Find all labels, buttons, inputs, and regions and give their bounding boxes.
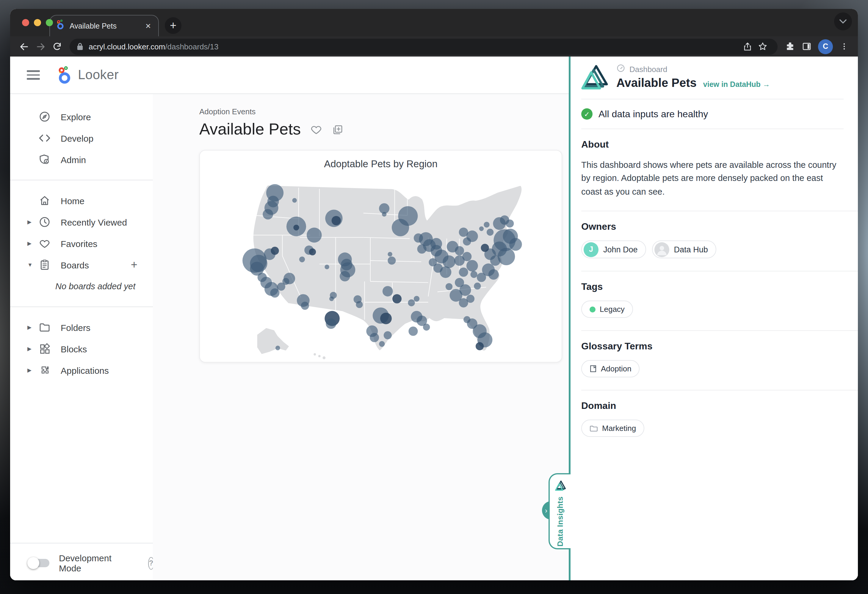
clipboard-icon [39,259,50,271]
health-check-icon: ✓ [581,108,593,120]
sidebar-item-recently-viewed[interactable]: ▶ Recently Viewed [10,211,153,233]
folder-icon [590,425,598,432]
about-section: About This dashboard shows where pets ar… [581,129,858,211]
glossary-term-chip[interactable]: Adoption [581,361,640,378]
domain-heading: Domain [581,401,844,412]
sidebar-item-explore[interactable]: Explore [10,106,153,127]
tab-close-icon[interactable]: ✕ [143,21,154,31]
looker-logo[interactable]: Looker [56,66,119,84]
sidebar-divider [10,306,153,307]
browser-tab[interactable]: Available Pets ✕ [49,15,159,36]
data-insights-tab[interactable]: Data Insights [549,473,571,550]
boards-empty-state: No boards added yet [10,276,153,297]
dashboard-main: Adoption Events Available Pets Adoptab [153,94,569,580]
dashboard-gauge-icon [616,64,625,74]
new-tab-button[interactable]: + [165,17,182,34]
chevron-right-icon: › [545,506,547,514]
tags-section: Tags Legacy [581,272,858,331]
sidebar-item-label: Admin [61,154,86,165]
data-insights-label: Data Insights [556,496,565,547]
folder-icon [39,321,50,333]
owners-section: Owners J John Doe Data Hub [581,211,858,272]
health-status-row: ✓ All data inputs are healthy [581,99,858,129]
page-title: Available Pets [199,120,301,139]
sidebar-item-boards[interactable]: ▼ Boards + [10,254,153,276]
browser-menu-icon[interactable] [837,39,852,54]
domain-label: Marketing [602,424,636,433]
url-host: acryl.cloud.looker.com [89,42,165,51]
looker-app: Looker Explore [10,56,569,580]
sidebar-item-home[interactable]: Home [10,190,153,211]
reload-button[interactable] [49,39,65,54]
alaska-shape [257,328,289,354]
url-path: /dashboards/13 [165,42,218,51]
glossary-section: Glossary Terms Adoption [581,331,858,391]
code-icon [39,132,50,144]
map-tile-title: Adoptable Pets by Region [200,158,562,170]
sidebar-item-label: Recently Viewed [61,217,127,227]
extensions-puzzle-icon[interactable] [782,39,798,54]
us-bubble-map [200,151,562,362]
domain-chip[interactable]: Marketing [581,420,644,437]
looker-header: Looker [10,56,569,94]
sidebar-item-label: Applications [61,365,109,375]
view-in-datahub-link[interactable]: view in DataHub → [703,80,770,89]
tag-chip[interactable]: Legacy [581,301,633,318]
sidebar-item-label: Home [61,195,84,205]
sidebar-item-admin[interactable]: Admin [10,149,153,170]
looker-wordmark: Looker [78,67,119,83]
sidebar-item-blocks[interactable]: ▶ Blocks [10,338,153,359]
bookmark-icon [590,365,597,373]
sidebar-item-folders[interactable]: ▶ Folders [10,317,153,338]
tag-color-dot [590,306,595,312]
sidebar-item-favorites[interactable]: ▶ Favorites [10,233,153,254]
development-mode-label: Development Mode [59,553,112,573]
datahub-header: Dashboard Available Pets view in DataHub… [581,56,858,90]
add-board-icon[interactable]: + [131,258,137,271]
window-controls [22,19,53,26]
copy-dashboard-icon[interactable] [331,124,343,135]
back-button[interactable] [16,39,31,54]
side-panel-icon[interactable] [799,39,815,54]
health-status-text: All data inputs are healthy [598,109,708,119]
browser-tabstrip: Available Pets ✕ + [10,9,858,36]
hamburger-menu-icon[interactable] [27,71,40,80]
sidebar-divider [10,543,153,544]
bookmark-star-icon[interactable] [755,39,771,54]
zoom-window-button[interactable] [46,19,53,26]
sidebar-item-label: Favorites [61,238,97,248]
glossary-term-label: Adoption [601,365,632,374]
sidebar-item-label: Folders [61,322,90,332]
forward-button[interactable] [33,39,48,54]
owner-name: Data Hub [674,245,708,254]
owner-avatar: J [584,242,598,257]
address-bar[interactable]: acryl.cloud.looker.com/dashboards/13 [69,38,778,55]
share-icon[interactable] [740,39,755,54]
about-text: This dashboard shows where pets are avai… [581,158,844,198]
sidebar-divider [10,180,153,180]
owner-chip[interactable]: Data Hub [652,241,716,259]
heart-icon [39,238,50,250]
minimize-window-button[interactable] [34,19,41,26]
map-tile[interactable]: Adoptable Pets by Region [199,150,562,362]
compass-icon [39,111,50,123]
lock-icon [77,42,83,50]
glossary-heading: Glossary Terms [581,341,844,352]
blocks-icon [39,343,50,355]
sidebar-item-applications[interactable]: ▶ Applications [10,359,153,381]
profile-avatar[interactable]: C [818,39,833,54]
puzzle-icon [39,364,50,376]
sidebar-item-develop[interactable]: Develop [10,127,153,149]
development-mode-toggle[interactable] [29,559,49,567]
browser-window: Available Pets ✕ + acryl.cl [10,9,858,580]
datahub-panel: › Data Insights [569,56,858,580]
owner-chip[interactable]: J John Doe [581,241,646,259]
owner-avatar-person-icon [654,242,669,257]
breadcrumb[interactable]: Adoption Events [199,107,569,116]
datahub-logo-icon [554,480,566,491]
close-window-button[interactable] [22,19,29,26]
sidebar-item-label: Explore [61,112,91,122]
tab-search-button[interactable] [834,12,852,30]
entity-type-label: Dashboard [629,65,667,74]
favorite-heart-icon[interactable] [310,123,322,136]
